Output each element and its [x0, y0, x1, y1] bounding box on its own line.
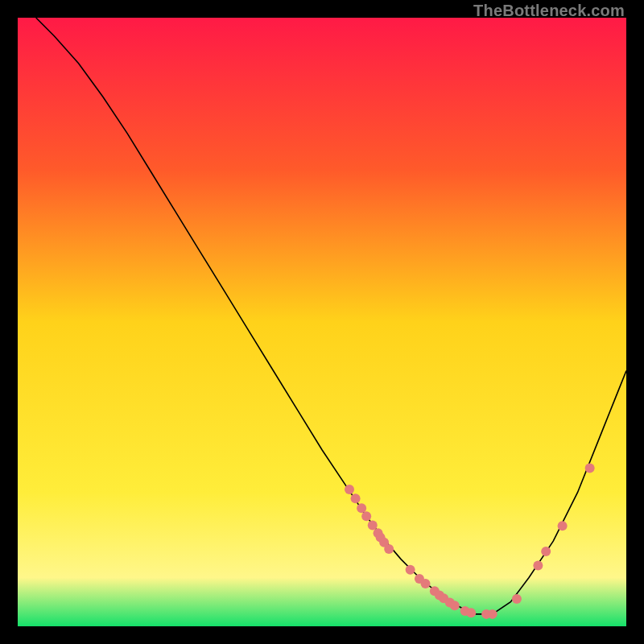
data-marker [533, 560, 543, 570]
data-marker [345, 485, 354, 494]
data-marker [541, 547, 551, 556]
watermark-text: TheBottleneck.com [473, 2, 625, 20]
data-marker [421, 579, 431, 588]
data-marker [384, 544, 394, 554]
data-marker [466, 608, 476, 617]
data-marker [361, 511, 371, 521]
data-marker [512, 594, 522, 604]
data-marker [488, 609, 497, 619]
data-marker [450, 601, 460, 610]
data-marker [585, 463, 595, 473]
gradient-background [18, 18, 626, 626]
bottleneck-chart [18, 18, 626, 626]
data-marker [368, 521, 378, 530]
data-marker [351, 493, 361, 503]
data-marker [558, 521, 568, 530]
data-marker [406, 565, 415, 575]
chart-frame [18, 18, 626, 626]
